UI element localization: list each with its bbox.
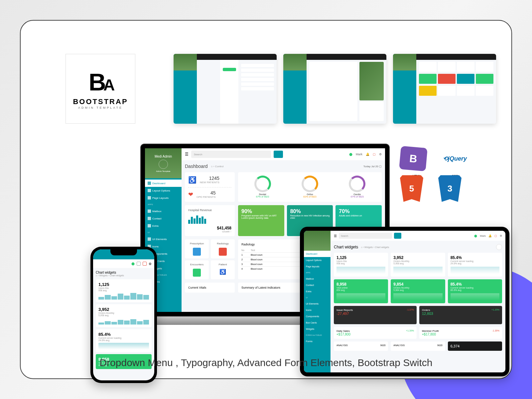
nav-ui-elements[interactable]: UI Elements [145,235,182,243]
thumb-mailbox [174,54,277,124]
jquery-badge: ⟲ jQuery [438,147,471,170]
nav-dashboard[interactable]: Dashboard [145,180,182,187]
app-brand: Medi Admin [155,155,172,158]
search-input[interactable]: Search [339,233,392,239]
nav-layout[interactable]: Layout Options [145,187,182,194]
logo-subtitle: ADMIN TEMPLATE [78,106,123,109]
stat-card-load: 85.4%Current server loading24.0% avg [96,329,152,352]
stat-card-orders: 3,952Orders Monthly5,958 avg [96,304,152,327]
nav-dashboard[interactable]: Dashboard [304,251,331,257]
calendar-icon[interactable]: ▢ [373,153,376,156]
page-title: Chart widgets [96,271,152,274]
heart-icon: ❤ [188,191,193,198]
nav-extra[interactable]: Extra [145,222,182,229]
css3-badge: 3 [438,175,462,202]
user-name[interactable]: Mark [356,153,362,156]
nav-contact[interactable]: Contact [304,282,331,288]
menu-icon[interactable]: ☰ [334,234,337,238]
nav-components[interactable]: Components [304,313,331,320]
bell-icon[interactable]: 🔔 [366,153,369,156]
wheelchair-icon: ♿ [188,176,197,184]
stat-card-users: 1,125Users this958 avg [96,279,152,302]
logo-box: BA BOOTSTRAP ADMIN TEMPLATE [66,54,135,124]
calendar-icon[interactable]: ▢ [494,234,497,237]
logo-mark: BA [89,68,112,96]
nav-icons[interactable]: Icons [304,307,331,313]
nav-page-layouts[interactable]: Page Layouts [145,194,182,201]
thumbnail-row [174,54,496,124]
marketing-caption: Dropdown Menu , Typography, Advanced For… [21,357,511,368]
nav-mailbox[interactable]: Mailbox [145,207,182,215]
thumb-tickets [393,54,496,124]
breadcrumb: ⌂ › Widgets › Chart widgets [96,274,152,277]
bootstrap-badge: B [399,146,428,172]
menu-icon[interactable]: ☰ [185,152,189,157]
nav-forms[interactable]: Forms [304,338,331,344]
nav-boxcards[interactable]: Box Cards [304,320,331,326]
date-picker[interactable]: Today Jul 20 ▢ [363,165,382,168]
tech-badges: B ⟲ jQuery HTML5 CSS3 [400,147,471,202]
page-title: Chart widgets [334,245,358,249]
nav-widgets[interactable]: Widgets [304,326,331,332]
tablet-sidebar: Dashboard Layout Options Page layouts AP… [304,231,331,372]
gear-icon[interactable]: ⚙ [379,153,382,156]
laptop-topbar: ☰ Search ⬤ Mark 🔔 ▢ ⚙ [182,148,385,160]
gear-icon[interactable]: ⚙ [500,234,502,237]
gear-icon[interactable]: ⚙ [149,262,152,266]
page-title: Dashboard [185,164,208,169]
nav-mailbox[interactable]: Mailbox [304,276,331,282]
search-button[interactable] [394,233,401,239]
calendar-icon[interactable] [143,262,147,266]
tablet-mockup: Dashboard Layout Options Page layouts AP… [300,227,509,376]
search-input[interactable]: Search [191,151,271,158]
nav-layout[interactable]: Layout Options [304,257,331,263]
thumb-profile [283,54,386,124]
nav-pagelayouts[interactable]: Page layouts [304,263,331,270]
nav-ui-elements[interactable]: UI Elements [304,301,331,307]
html5-badge: 5 [400,175,423,202]
collapse-icon[interactable] [496,244,502,250]
logo-text: BOOTSTRAP [73,97,128,106]
search-button[interactable] [274,151,283,158]
bell-icon[interactable]: 🔔 [488,234,492,237]
bell-icon[interactable] [137,262,141,266]
nav-contact[interactable]: Contact [145,215,182,222]
nav-extra[interactable]: Extra [304,288,331,295]
